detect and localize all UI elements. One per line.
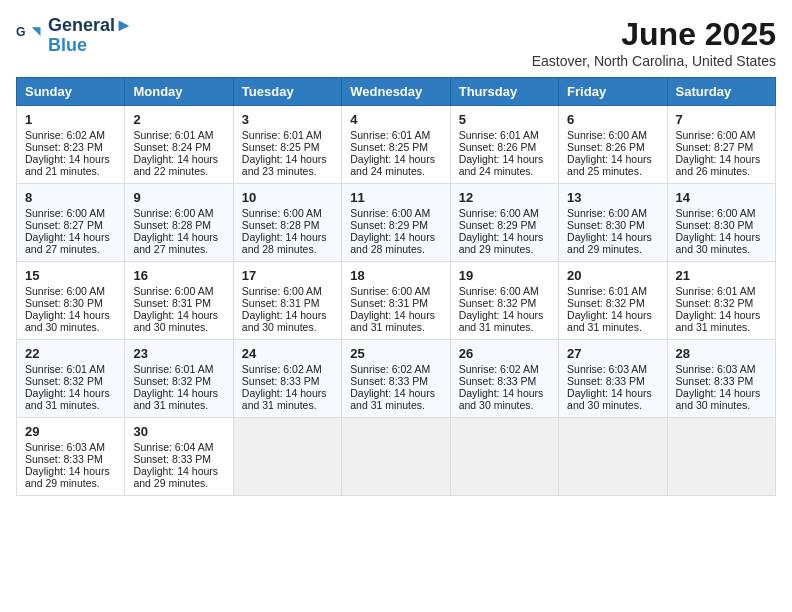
daylight-label: Daylight: 14 hours and 31 minutes. (242, 387, 327, 411)
sunrise-label: Sunrise: 6:01 AM (133, 129, 213, 141)
day-number: 27 (567, 346, 658, 361)
sunset-label: Sunset: 8:30 PM (567, 219, 645, 231)
calendar-cell: 23 Sunrise: 6:01 AM Sunset: 8:32 PM Dayl… (125, 340, 233, 418)
daylight-label: Daylight: 14 hours and 31 minutes. (350, 309, 435, 333)
sunset-label: Sunset: 8:30 PM (676, 219, 754, 231)
daylight-label: Daylight: 14 hours and 30 minutes. (676, 387, 761, 411)
calendar-cell (342, 418, 450, 496)
day-number: 22 (25, 346, 116, 361)
daylight-label: Daylight: 14 hours and 29 minutes. (133, 465, 218, 489)
daylight-label: Daylight: 14 hours and 31 minutes. (350, 387, 435, 411)
sunrise-label: Sunrise: 6:00 AM (459, 285, 539, 297)
sunset-label: Sunset: 8:32 PM (567, 297, 645, 309)
day-number: 21 (676, 268, 767, 283)
sunrise-label: Sunrise: 6:02 AM (242, 363, 322, 375)
calendar-cell: 1 Sunrise: 6:02 AM Sunset: 8:23 PM Dayli… (17, 106, 125, 184)
weekday-header: Wednesday (342, 78, 450, 106)
calendar-cell (667, 418, 775, 496)
calendar-week: 15 Sunrise: 6:00 AM Sunset: 8:30 PM Dayl… (17, 262, 776, 340)
logo: G General► Blue (16, 16, 133, 56)
calendar-cell: 8 Sunrise: 6:00 AM Sunset: 8:27 PM Dayli… (17, 184, 125, 262)
calendar-week: 1 Sunrise: 6:02 AM Sunset: 8:23 PM Dayli… (17, 106, 776, 184)
weekday-header: Monday (125, 78, 233, 106)
calendar-cell: 5 Sunrise: 6:01 AM Sunset: 8:26 PM Dayli… (450, 106, 558, 184)
title-block: June 2025 Eastover, North Carolina, Unit… (532, 16, 776, 69)
weekday-header: Tuesday (233, 78, 341, 106)
svg-text:G: G (16, 25, 26, 39)
daylight-label: Daylight: 14 hours and 30 minutes. (242, 309, 327, 333)
weekday-header: Saturday (667, 78, 775, 106)
daylight-label: Daylight: 14 hours and 23 minutes. (242, 153, 327, 177)
sunrise-label: Sunrise: 6:01 AM (242, 129, 322, 141)
calendar-cell: 30 Sunrise: 6:04 AM Sunset: 8:33 PM Dayl… (125, 418, 233, 496)
daylight-label: Daylight: 14 hours and 30 minutes. (25, 309, 110, 333)
logo-text: General► Blue (48, 16, 133, 56)
day-number: 28 (676, 346, 767, 361)
calendar-cell: 21 Sunrise: 6:01 AM Sunset: 8:32 PM Dayl… (667, 262, 775, 340)
day-number: 25 (350, 346, 441, 361)
calendar-cell: 3 Sunrise: 6:01 AM Sunset: 8:25 PM Dayli… (233, 106, 341, 184)
daylight-label: Daylight: 14 hours and 31 minutes. (133, 387, 218, 411)
calendar-cell: 27 Sunrise: 6:03 AM Sunset: 8:33 PM Dayl… (559, 340, 667, 418)
sunrise-label: Sunrise: 6:03 AM (25, 441, 105, 453)
calendar-cell: 2 Sunrise: 6:01 AM Sunset: 8:24 PM Dayli… (125, 106, 233, 184)
day-number: 24 (242, 346, 333, 361)
sunrise-label: Sunrise: 6:00 AM (133, 285, 213, 297)
sunset-label: Sunset: 8:32 PM (459, 297, 537, 309)
sunrise-label: Sunrise: 6:00 AM (676, 207, 756, 219)
daylight-label: Daylight: 14 hours and 30 minutes. (676, 231, 761, 255)
day-number: 30 (133, 424, 224, 439)
calendar-table: SundayMondayTuesdayWednesdayThursdayFrid… (16, 77, 776, 496)
sunrise-label: Sunrise: 6:01 AM (459, 129, 539, 141)
sunset-label: Sunset: 8:31 PM (350, 297, 428, 309)
calendar-week: 29 Sunrise: 6:03 AM Sunset: 8:33 PM Dayl… (17, 418, 776, 496)
sunset-label: Sunset: 8:33 PM (459, 375, 537, 387)
sunset-label: Sunset: 8:29 PM (350, 219, 428, 231)
sunset-label: Sunset: 8:33 PM (242, 375, 320, 387)
sunset-label: Sunset: 8:32 PM (676, 297, 754, 309)
calendar-week: 8 Sunrise: 6:00 AM Sunset: 8:27 PM Dayli… (17, 184, 776, 262)
daylight-label: Daylight: 14 hours and 24 minutes. (459, 153, 544, 177)
sunrise-label: Sunrise: 6:00 AM (242, 207, 322, 219)
sunset-label: Sunset: 8:27 PM (25, 219, 103, 231)
day-number: 10 (242, 190, 333, 205)
day-number: 13 (567, 190, 658, 205)
daylight-label: Daylight: 14 hours and 22 minutes. (133, 153, 218, 177)
daylight-label: Daylight: 14 hours and 30 minutes. (459, 387, 544, 411)
sunrise-label: Sunrise: 6:01 AM (676, 285, 756, 297)
sunset-label: Sunset: 8:30 PM (25, 297, 103, 309)
sunset-label: Sunset: 8:25 PM (242, 141, 320, 153)
sunrise-label: Sunrise: 6:01 AM (567, 285, 647, 297)
calendar-cell: 26 Sunrise: 6:02 AM Sunset: 8:33 PM Dayl… (450, 340, 558, 418)
calendar-cell: 29 Sunrise: 6:03 AM Sunset: 8:33 PM Dayl… (17, 418, 125, 496)
sunset-label: Sunset: 8:33 PM (350, 375, 428, 387)
weekday-header: Thursday (450, 78, 558, 106)
sunrise-label: Sunrise: 6:02 AM (25, 129, 105, 141)
sunrise-label: Sunrise: 6:03 AM (676, 363, 756, 375)
day-number: 11 (350, 190, 441, 205)
calendar-cell: 11 Sunrise: 6:00 AM Sunset: 8:29 PM Dayl… (342, 184, 450, 262)
sunset-label: Sunset: 8:33 PM (25, 453, 103, 465)
calendar-cell: 22 Sunrise: 6:01 AM Sunset: 8:32 PM Dayl… (17, 340, 125, 418)
calendar-cell: 20 Sunrise: 6:01 AM Sunset: 8:32 PM Dayl… (559, 262, 667, 340)
daylight-label: Daylight: 14 hours and 27 minutes. (133, 231, 218, 255)
sunset-label: Sunset: 8:28 PM (242, 219, 320, 231)
day-number: 15 (25, 268, 116, 283)
daylight-label: Daylight: 14 hours and 31 minutes. (567, 309, 652, 333)
calendar-cell: 17 Sunrise: 6:00 AM Sunset: 8:31 PM Dayl… (233, 262, 341, 340)
page-header: G General► Blue June 2025 Eastover, Nort… (16, 16, 776, 69)
sunset-label: Sunset: 8:29 PM (459, 219, 537, 231)
sunset-label: Sunset: 8:33 PM (676, 375, 754, 387)
calendar-body: 1 Sunrise: 6:02 AM Sunset: 8:23 PM Dayli… (17, 106, 776, 496)
calendar-cell: 24 Sunrise: 6:02 AM Sunset: 8:33 PM Dayl… (233, 340, 341, 418)
sunrise-label: Sunrise: 6:01 AM (350, 129, 430, 141)
day-number: 3 (242, 112, 333, 127)
day-number: 17 (242, 268, 333, 283)
sunrise-label: Sunrise: 6:00 AM (25, 207, 105, 219)
sunrise-label: Sunrise: 6:00 AM (459, 207, 539, 219)
calendar-cell (450, 418, 558, 496)
calendar-cell: 16 Sunrise: 6:00 AM Sunset: 8:31 PM Dayl… (125, 262, 233, 340)
sunset-label: Sunset: 8:32 PM (25, 375, 103, 387)
day-number: 23 (133, 346, 224, 361)
calendar-cell: 12 Sunrise: 6:00 AM Sunset: 8:29 PM Dayl… (450, 184, 558, 262)
